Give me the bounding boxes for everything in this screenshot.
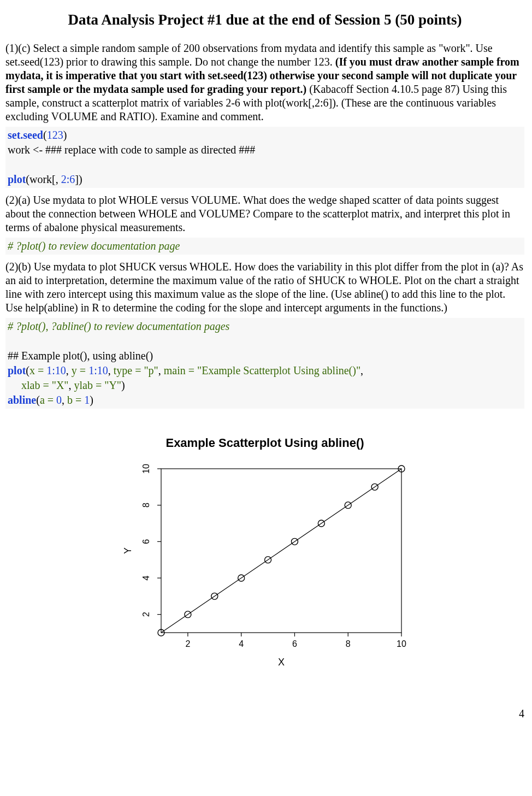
code-text: ,	[66, 364, 72, 376]
code-fn: plot	[8, 364, 26, 376]
code-arg: x =	[29, 364, 46, 376]
paragraph-2a: (2)(a) Use mydata to plot WHOLE versus V…	[5, 193, 524, 234]
svg-text:8: 8	[346, 639, 351, 648]
svg-text:2: 2	[185, 639, 190, 648]
svg-text:6: 6	[141, 539, 151, 544]
svg-text:Y: Y	[122, 547, 133, 554]
code-number: 123	[47, 129, 63, 141]
svg-text:8: 8	[141, 503, 151, 508]
code-fn: set.seed	[8, 129, 43, 141]
code-arg: xlab =	[21, 379, 52, 391]
code-arg: type =	[114, 364, 144, 376]
svg-text:4: 4	[239, 639, 244, 648]
code-number: 1	[46, 364, 52, 376]
code-text: ,	[108, 364, 114, 376]
code-text: ,	[158, 364, 164, 376]
code-string: "Y"	[104, 379, 121, 391]
code-text: ])	[75, 173, 82, 185]
paragraph-2b: (2)(b) Use mydata to plot SHUCK versus W…	[5, 260, 524, 315]
code-text: )	[121, 379, 125, 391]
paragraph-1c: (1)(c) Select a simple random sample of …	[5, 42, 524, 123]
code-arg: main =	[164, 364, 197, 376]
chart-container: Example Scatterplot Using abline()246810…	[5, 431, 524, 691]
code-number: 10	[97, 364, 108, 376]
code-block-3: # ?plot(), ?abline() to review documenta…	[5, 318, 524, 409]
code-text: work <- ### replace with code to sample …	[8, 144, 255, 156]
page-title: Data Analysis Project #1 due at the end …	[5, 11, 524, 30]
code-string: "Example Scatterplot Using abline()"	[197, 364, 360, 376]
code-text: ,	[62, 394, 67, 406]
code-text: (work[,	[26, 173, 61, 185]
code-text: (	[43, 129, 47, 141]
code-text: ,	[69, 379, 74, 391]
svg-text:2: 2	[141, 612, 151, 617]
code-block-2: # ?plot() to review documentation page	[5, 238, 524, 255]
svg-line-24	[161, 469, 401, 633]
code-indent	[8, 379, 21, 391]
code-string: "X"	[52, 379, 69, 391]
code-arg: b =	[67, 394, 84, 406]
code-text: ## Example plot(), using abline()	[8, 350, 153, 362]
code-fn: abline	[8, 394, 36, 406]
code-number: 6	[69, 173, 75, 185]
code-text: )	[90, 394, 93, 406]
svg-text:X: X	[278, 657, 285, 668]
svg-text:6: 6	[292, 639, 297, 648]
code-number: 10	[55, 364, 66, 376]
svg-text:10: 10	[141, 464, 151, 474]
code-number: 0	[56, 394, 62, 406]
scatterplot-chart: Example Scatterplot Using abline()246810…	[107, 431, 423, 687]
code-text: )	[63, 129, 67, 141]
svg-text:10: 10	[397, 639, 406, 648]
code-arg: ylab =	[74, 379, 105, 391]
svg-text:Example Scatterplot Using abli: Example Scatterplot Using abline()	[165, 436, 364, 450]
code-comment: # ?plot(), ?abline() to review documenta…	[8, 320, 229, 332]
code-fn: plot	[8, 173, 26, 185]
code-number: 1	[84, 394, 90, 406]
code-comment: # ?plot() to review documentation page	[8, 240, 180, 252]
code-arg: a =	[40, 394, 56, 406]
code-number: 2	[61, 173, 67, 185]
page-number: 4	[5, 707, 524, 721]
code-string: "p"	[144, 364, 158, 376]
svg-text:4: 4	[141, 575, 151, 580]
code-number: 1	[88, 364, 94, 376]
code-block-1: set.seed(123) work <- ### replace with c…	[5, 127, 524, 188]
code-arg: y =	[72, 364, 88, 376]
